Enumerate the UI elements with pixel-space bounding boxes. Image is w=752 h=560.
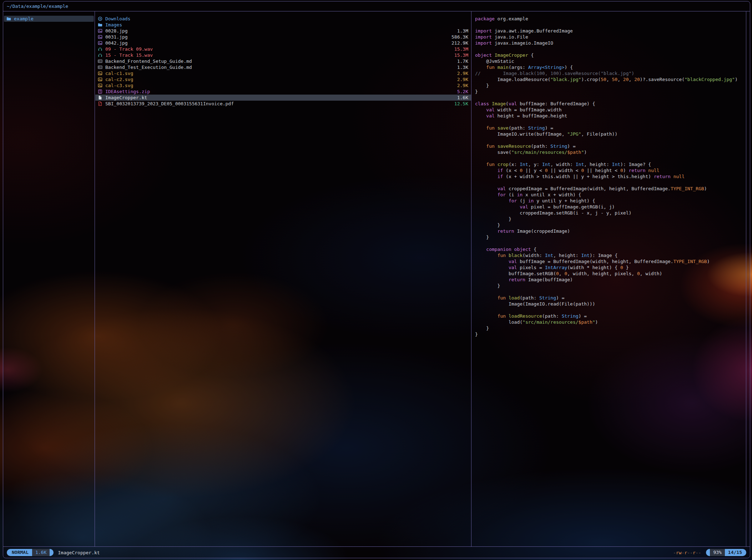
preview-pane: package org.example import java.awt.imag… <box>472 11 746 546</box>
code-line: @JvmStatic <box>475 58 746 64</box>
status-filename: ImageCropper.kt <box>58 550 100 555</box>
file-name: SBI_0032013739_2023_DE05_0003155631Invoi… <box>105 101 454 107</box>
parent-dir-label: example <box>14 16 91 22</box>
permissions: -rw-r--r-- <box>673 550 701 555</box>
folder-icon <box>97 22 103 27</box>
code-line: return Image(croppedImage) <box>475 228 746 234</box>
breadcrumb: ~/Data/example/example <box>3 1 750 11</box>
code-line: class Image(val buffImage: BufferedImage… <box>475 101 746 107</box>
image-icon <box>97 40 103 46</box>
file-size: 12.5K <box>454 101 468 107</box>
file-size: 1.6K <box>457 95 468 101</box>
code-line: for (j in y until y + height) { <box>475 198 746 204</box>
code-line <box>475 240 746 246</box>
file-row[interactable]: SBI_0032013739_2023_DE05_0003155631Invoi… <box>95 101 471 107</box>
folder-icon <box>6 16 11 21</box>
code-line: fun main(args: Array<String>) { <box>475 64 746 70</box>
file-row[interactable]: 15 - Track 15.wav15.3M <box>95 52 471 58</box>
code-line: import java.io.File <box>475 34 746 40</box>
code-line: save("src/main/resources/$path") <box>475 149 746 155</box>
code-line: val pixels = IntArray(width * height) { … <box>475 264 746 271</box>
code-line: for (i in x until x + width) { <box>475 192 746 198</box>
code-line: // Image.black(100, 100).saveResource("b… <box>475 70 746 76</box>
status-bar: NORMAL1.6K ImageCropper.kt -rw-r--r-- 93… <box>3 549 750 556</box>
file-row[interactable]: Downloads <box>95 16 471 22</box>
file-row[interactable]: 0028.jpg1.3M <box>95 28 471 34</box>
mode-badge: NORMAL <box>7 549 32 556</box>
file-row[interactable]: 0031.jpg586.3K <box>95 34 471 40</box>
file-size: 2.9K <box>457 76 468 82</box>
file-row[interactable]: IDEAsettings.zip5.2K <box>95 89 471 95</box>
audio-icon <box>97 52 103 58</box>
image-icon <box>97 71 103 76</box>
file-row[interactable]: cal-c3.svg2.9K <box>95 82 471 89</box>
file-name: 0031.jpg <box>105 34 451 40</box>
code-line: val croppedImage = BufferedImage(width, … <box>475 186 746 192</box>
code-line <box>475 22 746 28</box>
file-name: 0042.jpg <box>105 40 451 46</box>
code-line: fun saveResource(path: String) = <box>475 143 746 149</box>
code-line: ImageIO.write(buffImage, "JPG", File(pat… <box>475 131 746 137</box>
file-row[interactable]: cal-c2.svg2.9K <box>95 76 471 82</box>
yazi-file-manager-window: ~/Data/example/example example Downloads… <box>3 1 750 558</box>
current-path: ~/Data/example/example <box>7 4 68 9</box>
code-line: val buffImage = BufferedImage(width, hei… <box>475 258 746 264</box>
parent-dir-item[interactable]: example <box>4 16 94 22</box>
file-name: Downloads <box>105 16 468 22</box>
file-name: ImageCropper.kt <box>105 95 457 101</box>
code-line: } <box>475 222 746 228</box>
file-size: 1.3K <box>457 64 468 70</box>
status-right: -rw-r--r-- 93%14/15 <box>673 549 746 556</box>
code-line <box>475 137 746 143</box>
file-row[interactable]: Backend_Frontend_Setup_Guide.md1.7K <box>95 58 471 64</box>
file-size: 2.9K <box>457 82 468 89</box>
code-line: return Image(buffImage) <box>475 277 746 283</box>
code-line: val height = buffImage.height <box>475 113 746 119</box>
code-line <box>475 155 746 161</box>
code-line <box>475 119 746 125</box>
file-size: 2.9K <box>457 70 468 76</box>
file-row[interactable]: Images <box>95 22 471 28</box>
code-line: } <box>475 89 746 95</box>
code-line <box>475 46 746 52</box>
code-line: } <box>475 216 746 222</box>
code-line: val width = buffImage.width <box>475 107 746 113</box>
code-line: val pixel = buffImage.getRGB(i, j) <box>475 204 746 210</box>
file-row[interactable]: 09 - Track 09.wav15.3M <box>95 46 471 52</box>
audio-icon <box>97 46 103 52</box>
code-line: companion object { <box>475 246 746 252</box>
code-line: Image(ImageIO.read(File(path))) <box>475 301 746 307</box>
file-size: 15.3M <box>454 46 468 52</box>
code-line: } <box>475 325 746 331</box>
file-name: cal-c2.svg <box>105 76 457 82</box>
parent-pane: example <box>3 11 95 546</box>
file-name: 15 - Track 15.wav <box>105 52 454 58</box>
file-name: Backend_Frontend_Setup_Guide.md <box>105 58 457 64</box>
file-name: Backend_Test_Execution_Guide.md <box>105 64 457 70</box>
image-icon <box>97 83 103 88</box>
file-name: 09 - Track 09.wav <box>105 46 454 52</box>
code-line: buffImage.setRGB(0, 0, width, height, pi… <box>475 271 746 277</box>
code-line: fun load(path: String) = <box>475 295 746 301</box>
code-line: } <box>475 283 746 289</box>
code-line <box>475 289 746 295</box>
file-row[interactable]: ImageCropper.kt1.6K <box>95 95 471 101</box>
status-left: NORMAL1.6K ImageCropper.kt <box>7 549 100 556</box>
file-size: 586.3K <box>451 34 468 40</box>
cursor-position: 14/15 <box>725 549 746 556</box>
code-line: } <box>475 82 746 89</box>
scroll-percent: 93% <box>710 549 725 556</box>
file-row[interactable]: cal-c1.svg2.9K <box>95 70 471 76</box>
file-icon <box>97 95 103 100</box>
code-line: object ImageCropper { <box>475 52 746 58</box>
code-line: Image.loadResource("black.jpg").crop(50,… <box>475 76 746 82</box>
selected-file-size: 1.6K <box>32 549 50 556</box>
file-size: 15.3M <box>454 52 468 58</box>
file-row[interactable]: Backend_Test_Execution_Guide.md1.3K <box>95 64 471 70</box>
file-row[interactable]: 0042.jpg212.9K <box>95 40 471 46</box>
code-line <box>475 307 746 313</box>
file-name: cal-c1.svg <box>105 70 457 76</box>
code-line: croppedImage.setRGB(i - x, j - y, pixel) <box>475 210 746 216</box>
archive-icon <box>97 89 103 94</box>
file-size: 212.9K <box>451 40 468 46</box>
